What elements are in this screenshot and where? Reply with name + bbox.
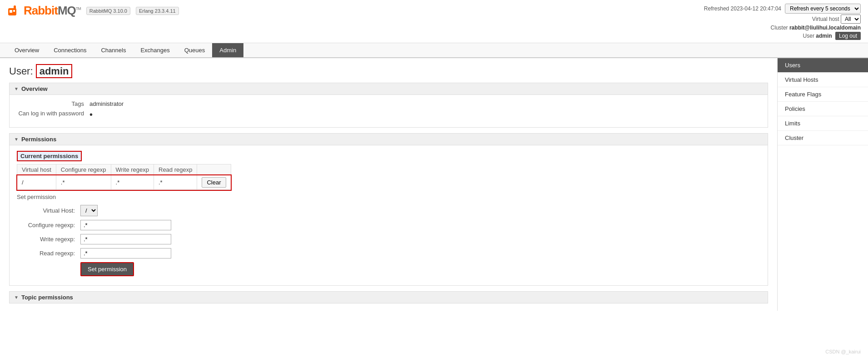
form-write-label: Write regexp: bbox=[17, 236, 80, 243]
row-configure: .* bbox=[56, 175, 111, 190]
permissions-table-body: / .* .* .* Clear bbox=[17, 175, 231, 190]
topbar-right: Refreshed 2023-04-12 20:47:04 Refresh ev… bbox=[704, 4, 861, 41]
refreshed-label: Refreshed 2023-04-12 20:47:04 bbox=[704, 5, 781, 12]
form-submit-row: Set permission bbox=[17, 262, 760, 276]
form-configure-input[interactable] bbox=[80, 220, 171, 230]
sidebar-item-policies[interactable]: Policies bbox=[778, 102, 868, 116]
svg-rect-3 bbox=[13, 10, 15, 12]
form-read-row: Read regexp: bbox=[17, 248, 760, 259]
nav-queues[interactable]: Queues bbox=[177, 43, 213, 57]
sidebar-item-users[interactable]: Users bbox=[778, 58, 868, 73]
row-vhost: / bbox=[17, 175, 56, 190]
topic-arrow: ▼ bbox=[14, 295, 19, 300]
refresh-select[interactable]: Refresh every 5 seconds bbox=[785, 4, 861, 14]
form-read-label: Read regexp: bbox=[17, 250, 80, 257]
permissions-header-row: Virtual host Configure regexp Write rege… bbox=[17, 164, 231, 175]
row-write: .* bbox=[111, 175, 154, 190]
main-nav: Overview Connections Channels Exchanges … bbox=[0, 43, 868, 58]
main-content: User: admin ▼ Overview Tags administrato… bbox=[0, 58, 777, 311]
topic-section-label: Topic permissions bbox=[21, 294, 73, 301]
rabbitmq-version: RabbitMQ 3.10.0 bbox=[86, 7, 130, 15]
username-title: admin bbox=[36, 64, 73, 78]
sidebar-item-limits[interactable]: Limits bbox=[778, 116, 868, 131]
form-configure-label: Configure regexp: bbox=[17, 222, 80, 229]
col-actions bbox=[197, 164, 231, 175]
col-write: Write regexp bbox=[111, 164, 154, 175]
permissions-section-header[interactable]: ▼ Permissions bbox=[9, 133, 768, 145]
sidebar: Users Virtual Hosts Feature Flags Polici… bbox=[777, 58, 868, 311]
current-permissions-label: Current permissions bbox=[17, 151, 82, 161]
logout-button[interactable]: Log out bbox=[835, 32, 861, 40]
form-read-input[interactable] bbox=[80, 248, 171, 259]
set-permission-form: Virtual Host: / Configure regexp: Write … bbox=[17, 205, 760, 276]
permissions-table: Virtual host Configure regexp Write rege… bbox=[17, 164, 231, 190]
overview-section-content: Tags administrator Can log in with passw… bbox=[9, 95, 768, 128]
login-row: Can log in with password • bbox=[17, 110, 760, 119]
topic-section-header[interactable]: ▼ Topic permissions bbox=[9, 291, 768, 303]
clear-button[interactable]: Clear bbox=[202, 177, 226, 188]
set-permission-button[interactable]: Set permission bbox=[80, 262, 134, 276]
nav-admin[interactable]: Admin bbox=[212, 43, 243, 57]
svg-rect-2 bbox=[10, 10, 12, 13]
current-permissions-wrapper: Current permissions Virtual host Configu… bbox=[17, 151, 760, 190]
logo-rabbit-text: RabbitMQTM bbox=[24, 4, 81, 18]
cluster-label: Cluster bbox=[771, 25, 788, 31]
tags-row: Tags administrator bbox=[17, 100, 760, 107]
row-clear-cell: Clear bbox=[197, 175, 231, 190]
sidebar-item-feature-flags[interactable]: Feature Flags bbox=[778, 87, 868, 102]
svg-rect-1 bbox=[14, 5, 16, 10]
sidebar-item-virtual-hosts[interactable]: Virtual Hosts bbox=[778, 73, 868, 87]
user-row: User admin Log out bbox=[704, 32, 861, 40]
tags-label: Tags bbox=[17, 100, 89, 107]
form-write-row: Write regexp: bbox=[17, 234, 760, 244]
row-read: .* bbox=[154, 175, 197, 190]
table-row: / .* .* .* Clear bbox=[17, 175, 231, 190]
sidebar-item-cluster[interactable]: Cluster bbox=[778, 131, 868, 145]
user-label: User bbox=[803, 33, 814, 39]
login-value: • bbox=[89, 110, 93, 119]
col-vhost: Virtual host bbox=[17, 164, 56, 175]
form-configure-row: Configure regexp: bbox=[17, 220, 760, 230]
page-title: User: admin bbox=[9, 65, 768, 77]
nav-overview[interactable]: Overview bbox=[7, 43, 46, 57]
permissions-table-head: Virtual host Configure regexp Write rege… bbox=[17, 164, 231, 175]
form-vhost-select[interactable]: / bbox=[80, 205, 98, 216]
logo-area: RabbitMQTM RabbitMQ 3.10.0 Erlang 23.3.4… bbox=[7, 4, 179, 18]
refresh-row: Refreshed 2023-04-12 20:47:04 Refresh ev… bbox=[704, 4, 861, 14]
col-read: Read regexp bbox=[154, 164, 197, 175]
topbar: RabbitMQTM RabbitMQ 3.10.0 Erlang 23.3.4… bbox=[0, 0, 868, 43]
form-vhost-row: Virtual Host: / bbox=[17, 205, 760, 216]
erlang-version: Erlang 23.3.4.11 bbox=[136, 7, 179, 15]
col-configure: Configure regexp bbox=[56, 164, 111, 175]
form-write-input[interactable] bbox=[80, 234, 171, 244]
nav-exchanges[interactable]: Exchanges bbox=[133, 43, 177, 57]
permissions-section-content: Current permissions Virtual host Configu… bbox=[9, 145, 768, 286]
nav-channels[interactable]: Channels bbox=[94, 43, 133, 57]
overview-section-label: Overview bbox=[21, 85, 48, 92]
overview-section-header[interactable]: ▼ Overview bbox=[9, 83, 768, 95]
permissions-arrow: ▼ bbox=[14, 137, 19, 142]
user-value: admin bbox=[816, 33, 832, 39]
main-layout: User: admin ▼ Overview Tags administrato… bbox=[0, 58, 868, 311]
logo-rabbit-icon bbox=[7, 5, 22, 17]
set-permission-label: Set permission bbox=[17, 194, 760, 200]
overview-arrow: ▼ bbox=[14, 86, 19, 91]
virtual-host-row: Virtual host All bbox=[704, 15, 861, 24]
form-vhost-label: Virtual Host: bbox=[17, 207, 80, 214]
cluster-row: Cluster rabbit@liulihui.localdomain bbox=[704, 25, 861, 31]
permissions-section-label: Permissions bbox=[21, 136, 56, 143]
logo: RabbitMQTM bbox=[7, 4, 81, 18]
cluster-value: rabbit@liulihui.localdomain bbox=[789, 25, 861, 31]
tags-value: administrator bbox=[89, 100, 124, 107]
nav-connections[interactable]: Connections bbox=[46, 43, 94, 57]
login-label: Can log in with password bbox=[17, 110, 89, 119]
virtual-host-select[interactable]: All bbox=[841, 15, 861, 24]
